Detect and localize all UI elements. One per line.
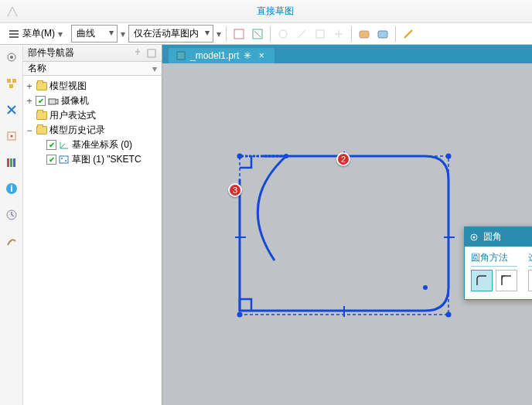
folder-icon xyxy=(36,125,48,136)
svg-rect-28 xyxy=(240,156,448,315)
svg-point-36 xyxy=(446,312,452,318)
svg-rect-2 xyxy=(9,36,19,38)
collapse-icon[interactable]: − xyxy=(25,125,34,136)
chevron-down-icon[interactable]: ▾ xyxy=(217,29,221,39)
main: i 部件导航器 名称 ▾ + 模型视图 + ✔ 摄像 xyxy=(0,45,532,405)
badge-3: 3 xyxy=(228,183,242,197)
svg-point-35 xyxy=(237,312,243,318)
navigator-panel: 部件导航器 名称 ▾ + 模型视图 + ✔ 摄像机 xyxy=(23,45,162,405)
delete-option[interactable] xyxy=(528,270,532,291)
svg-rect-18 xyxy=(13,158,15,167)
chevron-down-icon: ▾ xyxy=(152,63,157,74)
checkbox-icon[interactable]: ✔ xyxy=(46,140,56,150)
tab-dirty: ✳ xyxy=(244,50,251,61)
datum-icon xyxy=(58,140,70,151)
separator xyxy=(270,26,271,42)
svg-point-34 xyxy=(446,154,452,159)
tool-icon-5[interactable] xyxy=(312,26,328,42)
tool-icon-6[interactable] xyxy=(331,26,346,42)
svg-text:i: i xyxy=(10,183,12,194)
tree-item-user-expr[interactable]: 用户表达式 xyxy=(25,108,160,123)
separator xyxy=(226,26,227,42)
sketch-icon xyxy=(58,155,70,165)
svg-point-38 xyxy=(284,154,288,158)
svg-rect-11 xyxy=(7,79,11,83)
filter-dropdown[interactable]: 仅在活动草图内 xyxy=(128,25,213,43)
collapse-icon[interactable] xyxy=(146,48,157,59)
history-icon[interactable] xyxy=(4,207,19,223)
shade-icon[interactable] xyxy=(356,26,372,42)
checkbox-icon[interactable]: ✔ xyxy=(46,155,56,165)
navigator-title: 部件导航器 xyxy=(28,46,74,60)
gear-icon xyxy=(469,233,479,242)
left-icon-bar: i xyxy=(0,45,23,405)
canvas[interactable]: _model1.prt ✳ × xyxy=(162,45,532,405)
tool-icon-3[interactable] xyxy=(275,26,291,42)
tree-item-sketch[interactable]: ✔ 草图 (1) "SKETC xyxy=(25,152,160,167)
tool-icon-4[interactable] xyxy=(294,26,309,42)
svg-point-15 xyxy=(10,135,12,138)
checkbox-icon[interactable]: ✔ xyxy=(36,96,46,106)
sketch-tool-icon[interactable] xyxy=(4,128,19,144)
wireframe-icon[interactable] xyxy=(375,26,390,42)
menu-icon xyxy=(9,29,19,39)
svg-rect-7 xyxy=(360,31,369,38)
svg-point-33 xyxy=(237,154,243,159)
sweep-icon[interactable] xyxy=(4,233,19,249)
tool-icon-2[interactable] xyxy=(250,26,265,42)
menu-bar: 菜单(M) ▾ 曲线 ▾ 仅在活动草图内 ▾ xyxy=(0,23,532,45)
badge-2: 2 xyxy=(336,152,350,166)
document-tab[interactable]: _model1.prt ✳ × xyxy=(169,48,275,63)
group-title: 选项 xyxy=(528,251,532,267)
pin-icon[interactable] xyxy=(132,48,143,59)
svg-rect-24 xyxy=(60,156,68,163)
chevron-down-icon: ▾ xyxy=(58,29,63,39)
fillet-trim-option[interactable] xyxy=(471,270,493,291)
tab-label: _model1.prt xyxy=(190,50,239,61)
separator xyxy=(351,26,352,42)
svg-rect-13 xyxy=(9,84,13,88)
tree: + 模型视图 + ✔ 摄像机 用户表达式 − 模型历史记录 ✔ xyxy=(23,76,162,170)
library-icon[interactable] xyxy=(4,155,19,170)
dialog-title: 圆角 xyxy=(483,230,502,243)
tool-icon-1[interactable] xyxy=(231,26,247,42)
curve-dropdown[interactable]: 曲线 xyxy=(71,25,118,43)
gear-icon[interactable] xyxy=(4,49,19,65)
svg-point-37 xyxy=(423,285,428,290)
svg-point-40 xyxy=(473,236,476,238)
expand-icon[interactable]: + xyxy=(25,96,34,107)
fillet-options-group: 选项 1 xyxy=(528,251,532,291)
svg-rect-23 xyxy=(49,99,56,104)
constraint-icon[interactable] xyxy=(4,102,19,117)
svg-rect-8 xyxy=(378,31,387,38)
svg-rect-12 xyxy=(12,79,16,83)
chevron-down-icon[interactable]: ▾ xyxy=(121,29,125,39)
tree-item-camera[interactable]: + ✔ 摄像机 xyxy=(25,94,160,108)
fillet-notrim-option[interactable] xyxy=(496,270,517,291)
svg-rect-1 xyxy=(9,33,19,35)
svg-rect-3 xyxy=(234,29,244,39)
assembly-icon[interactable] xyxy=(4,76,19,91)
part-icon xyxy=(176,51,186,60)
tree-item-history[interactable]: − 模型历史记录 xyxy=(25,123,160,138)
separator xyxy=(395,26,396,42)
ribbon-subtitle: 直接草图 xyxy=(25,5,526,18)
navigator-column-header[interactable]: 名称 ▾ xyxy=(23,62,162,76)
tree-item-model-view[interactable]: + 模型视图 xyxy=(25,79,160,94)
tree-item-datum[interactable]: ✔ 基准坐标系 (0) xyxy=(25,138,160,152)
expand-icon[interactable]: + xyxy=(25,81,34,92)
folder-icon xyxy=(36,81,48,92)
svg-rect-16 xyxy=(7,158,9,167)
svg-point-25 xyxy=(61,158,63,159)
menu-button[interactable]: 菜单(M) ▾ xyxy=(3,25,68,43)
svg-point-5 xyxy=(279,30,287,38)
svg-rect-6 xyxy=(316,30,324,38)
svg-rect-17 xyxy=(10,158,12,167)
dialog-titlebar[interactable]: 圆角 ✕ xyxy=(465,227,532,247)
fillet-dialog: 圆角 ✕ 圆角方法 选项 1 xyxy=(464,226,532,300)
edit-icon[interactable] xyxy=(401,26,416,42)
tab-bar: _model1.prt ✳ × xyxy=(162,45,532,63)
info-icon[interactable]: i xyxy=(4,181,19,196)
folder-icon xyxy=(36,111,48,121)
close-icon[interactable]: × xyxy=(256,50,267,61)
